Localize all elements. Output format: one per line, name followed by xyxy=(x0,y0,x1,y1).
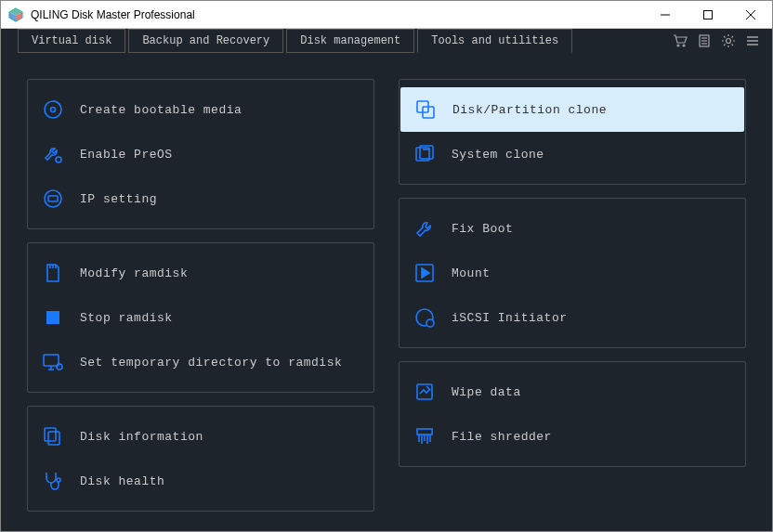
content: Create bootable media Enable PreOS IP se… xyxy=(1,53,772,530)
tab-label: Disk management xyxy=(300,34,400,47)
svg-point-30 xyxy=(57,364,62,370)
left-column: Create bootable media Enable PreOS IP se… xyxy=(27,79,374,512)
item-wipe-data[interactable]: Wipe data xyxy=(400,370,745,414)
item-file-shredder[interactable]: File shredder xyxy=(400,414,745,459)
app-logo-icon xyxy=(8,7,23,22)
shredder-icon xyxy=(413,424,437,448)
svg-point-21 xyxy=(45,190,61,207)
svg-point-20 xyxy=(56,157,61,162)
target-icon xyxy=(413,305,437,330)
svg-rect-44 xyxy=(417,429,432,435)
item-stop-ramdisk[interactable]: Stop ramdisk xyxy=(28,295,373,340)
stethoscope-icon xyxy=(41,469,65,493)
maximize-button[interactable] xyxy=(687,1,729,28)
item-disk-health[interactable]: Disk health xyxy=(28,459,373,503)
panel-wipe: Wipe data File shredder xyxy=(399,361,746,467)
item-modify-ramdisk[interactable]: Modify ramdisk xyxy=(28,251,373,295)
tab-disk-management[interactable]: Disk management xyxy=(286,29,414,53)
item-mount[interactable]: Mount xyxy=(400,251,745,295)
clone-icon xyxy=(413,97,438,122)
item-disk-partition-clone[interactable]: Disk/Partition clone xyxy=(400,87,744,132)
item-label: Modify ramdisk xyxy=(80,266,188,280)
item-label: Wipe data xyxy=(452,385,521,399)
gear-wrench-icon xyxy=(41,142,65,166)
item-label: IP setting xyxy=(80,192,157,206)
svg-point-33 xyxy=(57,478,60,482)
svg-rect-22 xyxy=(48,196,58,201)
svg-point-8 xyxy=(677,45,679,46)
tab-tools-utilities[interactable]: Tools and utilities xyxy=(417,29,572,53)
item-iscsi-initiator[interactable]: iSCSI Initiator xyxy=(400,295,745,340)
cart-icon[interactable] xyxy=(670,29,690,53)
tab-label: Backup and Recovery xyxy=(142,34,269,47)
titlebar: QILING Disk Master Professional xyxy=(1,1,772,29)
disc-icon xyxy=(41,97,65,122)
svg-rect-26 xyxy=(46,311,59,324)
panel-diskinfo: Disk information Disk health xyxy=(27,406,374,512)
wrench-icon xyxy=(413,216,437,240)
svg-rect-27 xyxy=(44,355,59,366)
item-ip-setting[interactable]: IP setting xyxy=(28,176,373,221)
svg-rect-5 xyxy=(704,10,713,19)
item-label: Fix Boot xyxy=(452,222,513,236)
svg-marker-40 xyxy=(422,268,429,278)
eraser-icon xyxy=(413,380,437,404)
item-label: Set temporary directory to ramdisk xyxy=(80,356,342,370)
item-label: Create bootable media xyxy=(80,103,242,117)
close-button[interactable] xyxy=(729,1,772,28)
minimize-button[interactable] xyxy=(644,1,687,28)
disks-icon xyxy=(41,424,65,448)
item-create-bootable-media[interactable]: Create bootable media xyxy=(28,87,373,132)
item-disk-information[interactable]: Disk information xyxy=(28,414,373,459)
item-label: System clone xyxy=(452,148,544,162)
item-label: Disk information xyxy=(80,430,203,444)
svg-point-19 xyxy=(51,108,56,112)
item-label: Disk/Partition clone xyxy=(452,103,607,117)
settings-icon[interactable] xyxy=(718,29,739,53)
tab-virtual-disk[interactable]: Virtual disk xyxy=(18,29,125,53)
log-icon[interactable] xyxy=(694,29,714,53)
item-label: iSCSI Initiator xyxy=(452,311,568,325)
play-icon xyxy=(413,261,437,285)
item-label: Stop ramdisk xyxy=(80,311,173,325)
svg-point-9 xyxy=(683,45,685,46)
item-label: File shredder xyxy=(452,430,552,444)
svg-rect-31 xyxy=(45,428,56,441)
right-column: Disk/Partition clone System clone Fix Bo… xyxy=(399,79,746,512)
tab-label: Virtual disk xyxy=(32,34,111,47)
window-title: QILING Disk Master Professional xyxy=(31,8,644,21)
panel-bootable: Create bootable media Enable PreOS IP se… xyxy=(27,79,374,229)
item-label: Mount xyxy=(452,266,491,280)
panel-boot: Fix Boot Mount iSCSI Initiator xyxy=(399,198,746,348)
stop-icon xyxy=(41,305,65,330)
monitor-gear-icon xyxy=(41,350,65,374)
item-temp-dir-ramdisk[interactable]: Set temporary directory to ramdisk xyxy=(28,340,373,384)
item-system-clone[interactable]: System clone xyxy=(400,132,745,176)
panel-ramdisk: Modify ramdisk Stop ramdisk Set temporar… xyxy=(27,242,374,393)
menu-icon[interactable] xyxy=(742,29,763,53)
item-fix-boot[interactable]: Fix Boot xyxy=(400,206,745,251)
tab-backup-recovery[interactable]: Backup and Recovery xyxy=(128,29,283,53)
svg-point-42 xyxy=(426,319,434,327)
menubar: Virtual disk Backup and Recovery Disk ma… xyxy=(1,29,772,53)
item-enable-preos[interactable]: Enable PreOS xyxy=(28,132,373,176)
monitor-icon xyxy=(41,187,65,211)
item-label: Disk health xyxy=(80,474,164,488)
svg-point-14 xyxy=(727,39,731,44)
svg-rect-32 xyxy=(48,432,59,445)
panel-clone: Disk/Partition clone System clone xyxy=(399,79,746,185)
tab-label: Tools and utilities xyxy=(431,34,558,47)
sdcard-icon xyxy=(41,261,65,285)
system-clone-icon xyxy=(413,142,437,166)
item-label: Enable PreOS xyxy=(80,148,173,162)
